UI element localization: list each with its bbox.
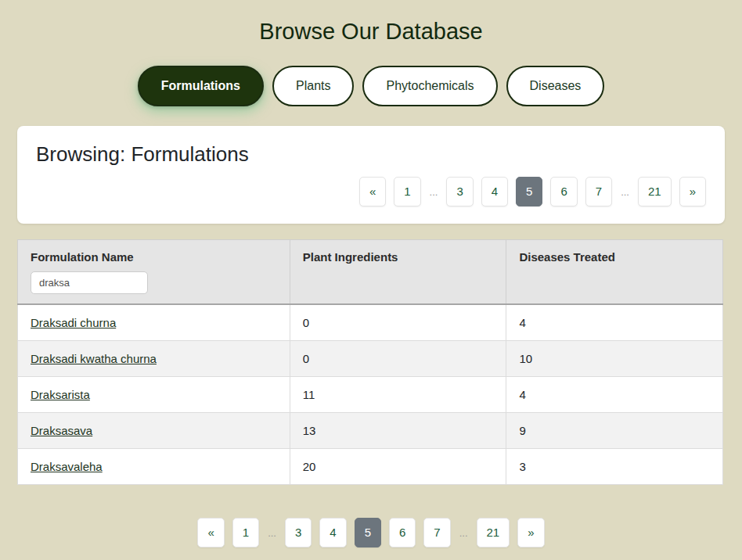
- pagination-ellipsis: ...: [267, 527, 277, 539]
- browse-card: Browsing: Formulations « 1 ... 3 4 5 6 7…: [17, 126, 725, 224]
- pagination-page-4[interactable]: 4: [481, 177, 508, 206]
- formulation-name-cell: Draksarista: [18, 377, 290, 413]
- table-header-row: Formulation Name Plant Ingredients Disea…: [18, 240, 723, 305]
- pagination-page-7[interactable]: 7: [585, 177, 612, 206]
- pagination-page-6[interactable]: 6: [550, 177, 577, 206]
- formulation-name-cell: Draksadi kwatha churna: [18, 341, 290, 377]
- plant-ingredients-cell: 0: [290, 304, 506, 341]
- tabs-group: Formulations Plants Phytochemicals Disea…: [0, 66, 742, 106]
- pagination-page-5-current[interactable]: 5: [516, 177, 542, 206]
- pagination-top: « 1 ... 3 4 5 6 7 ... 21 »: [36, 177, 706, 206]
- column-header-diseases-treated: Diseases Treated: [506, 240, 723, 305]
- pagination-page-3[interactable]: 3: [285, 518, 312, 547]
- tab-diseases[interactable]: Diseases: [506, 66, 605, 106]
- plant-ingredients-cell: 0: [290, 341, 506, 377]
- pagination-bottom: « 1 ... 3 4 5 6 7 ... 21 »: [0, 518, 742, 547]
- formulation-name-filter-input[interactable]: [31, 271, 148, 294]
- tab-phytochemicals[interactable]: Phytochemicals: [362, 66, 497, 106]
- pagination-page-21[interactable]: 21: [638, 177, 672, 206]
- table-row: Draksavaleha 20 3: [18, 449, 723, 485]
- pagination-ellipsis: ...: [459, 527, 469, 539]
- formulations-table: Formulation Name Plant Ingredients Disea…: [17, 239, 723, 485]
- formulation-link[interactable]: Draksasava: [31, 424, 92, 437]
- column-header-formulation-name: Formulation Name: [18, 240, 290, 305]
- table-row: Draksarista 11 4: [18, 377, 723, 413]
- plant-ingredients-cell: 20: [290, 449, 506, 485]
- table-row: Draksadi churna 0 4: [18, 304, 723, 341]
- column-header-label: Formulation Name: [31, 250, 134, 264]
- table-row: Draksasava 13 9: [18, 413, 723, 449]
- diseases-treated-cell: 3: [506, 449, 723, 485]
- diseases-treated-cell: 9: [506, 413, 723, 449]
- pagination-page-7[interactable]: 7: [423, 518, 450, 547]
- plant-ingredients-cell: 11: [290, 377, 506, 413]
- formulation-link[interactable]: Draksarista: [31, 388, 90, 401]
- pagination-last-button[interactable]: »: [679, 177, 706, 206]
- diseases-treated-cell: 4: [506, 377, 723, 413]
- pagination-ellipsis: ...: [429, 186, 439, 198]
- diseases-treated-cell: 10: [506, 341, 723, 377]
- browse-heading: Browsing: Formulations: [36, 142, 706, 167]
- formulation-name-cell: Draksavaleha: [18, 449, 290, 485]
- column-header-plant-ingredients: Plant Ingredients: [290, 240, 506, 305]
- pagination-first-button[interactable]: «: [359, 177, 386, 206]
- formulation-link[interactable]: Draksadi churna: [31, 316, 116, 329]
- pagination-ellipsis: ...: [620, 186, 630, 198]
- formulation-link[interactable]: Draksavaleha: [31, 460, 103, 473]
- page-title: Browse Our Database: [0, 19, 742, 45]
- diseases-treated-cell: 4: [506, 304, 723, 341]
- pagination-page-21[interactable]: 21: [477, 518, 510, 547]
- pagination-page-1[interactable]: 1: [232, 518, 259, 547]
- table-row: Draksadi kwatha churna 0 10: [18, 341, 723, 377]
- pagination-page-5-current[interactable]: 5: [355, 518, 381, 547]
- tab-plants[interactable]: Plants: [272, 66, 354, 106]
- tab-formulations[interactable]: Formulations: [138, 66, 264, 106]
- pagination-page-1[interactable]: 1: [394, 177, 420, 206]
- formulation-name-cell: Draksadi churna: [18, 304, 290, 341]
- plant-ingredients-cell: 13: [290, 413, 506, 449]
- pagination-page-3[interactable]: 3: [446, 177, 473, 206]
- pagination-page-6[interactable]: 6: [389, 518, 416, 547]
- pagination-last-button[interactable]: »: [517, 518, 544, 547]
- pagination-page-4[interactable]: 4: [319, 518, 346, 547]
- pagination-first-button[interactable]: «: [197, 518, 224, 547]
- formulation-link[interactable]: Draksadi kwatha churna: [31, 352, 157, 365]
- formulation-name-cell: Draksasava: [18, 413, 290, 449]
